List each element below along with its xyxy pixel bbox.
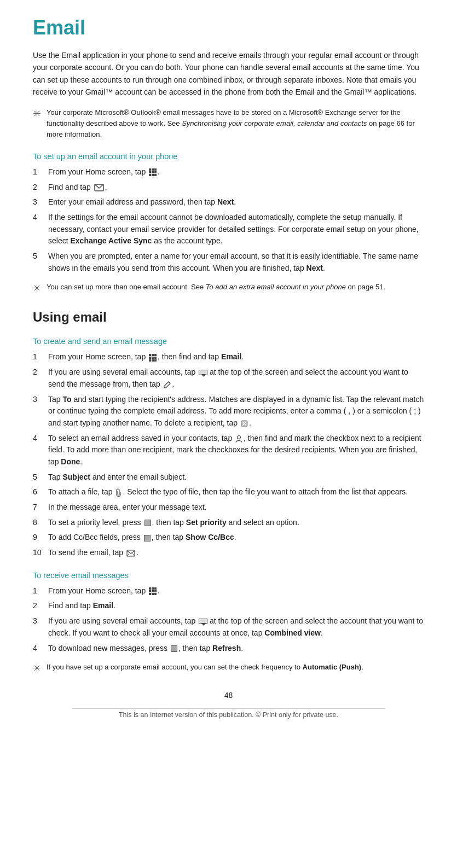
receive-step-content-2: Find and tap Email.	[48, 600, 424, 612]
step-content-3: Enter your email address and password, t…	[48, 196, 424, 208]
create-step-content-8: To set a priority level, press , then ta…	[48, 517, 424, 529]
step-content-4: If the settings for the email account ca…	[48, 212, 424, 247]
step-content-2: Find and tap .	[48, 182, 424, 194]
tip-icon-3: ✳	[33, 662, 41, 674]
tip-icon-2: ✳	[33, 282, 41, 294]
create-step-1: 1 From your Home screen, tap , then find…	[33, 351, 424, 363]
grid-icon-1	[149, 168, 157, 176]
step-content-5: When you are prompted, enter a name for …	[48, 251, 424, 274]
tip-text-3: If you have set up a corporate email acc…	[47, 662, 363, 673]
step-num-3: 3	[33, 196, 48, 208]
delete-recipient-icon	[241, 420, 248, 427]
tip-text-1: Your corporate Microsoft® Outlook® email…	[47, 107, 424, 140]
svg-line-9	[132, 554, 135, 556]
step-num-4: 4	[33, 212, 48, 224]
create-step-num-4: 4	[33, 433, 48, 445]
create-step-6: 6 To attach a file, tap . Select the typ…	[33, 486, 424, 498]
svg-line-2	[169, 382, 170, 383]
step-num-5: 5	[33, 251, 48, 263]
svg-point-6	[238, 435, 241, 439]
create-step-5: 5 Tap Subject and enter the email subjec…	[33, 471, 424, 483]
menu-icon-1	[144, 520, 151, 526]
step-num-2: 2	[33, 182, 48, 194]
create-step-content-2: If you are using several email accounts,…	[48, 366, 424, 390]
page-title: Email	[33, 16, 424, 39]
receive-step-content-3: If you are using several email accounts,…	[48, 615, 424, 639]
setup-section-heading: To set up an email account in your phone	[33, 152, 424, 161]
create-step-2: 2 If you are using several email account…	[33, 366, 424, 390]
receive-step-num-1: 1	[33, 585, 48, 597]
create-step-num-9: 9	[33, 532, 48, 544]
setup-step-5: 5 When you are prompted, enter a name fo…	[33, 251, 424, 274]
create-steps-list: 1 From your Home screen, tap , then find…	[33, 351, 424, 558]
svg-line-8	[127, 554, 129, 556]
receive-step-num-2: 2	[33, 600, 48, 612]
setup-steps-list: 1 From your Home screen, tap . 2 Find an…	[33, 166, 424, 275]
create-step-num-1: 1	[33, 351, 48, 363]
create-step-content-10: To send the email, tap .	[48, 547, 424, 559]
create-step-content-3: Tap To and start typing the recipient's …	[48, 394, 424, 429]
receive-step-content-1: From your Home screen, tap .	[48, 585, 424, 597]
tip-box-3: ✳ If you have set up a corporate email a…	[33, 662, 424, 674]
create-step-content-4: To select an email address saved in your…	[48, 433, 424, 468]
create-step-num-7: 7	[33, 502, 48, 514]
attach-icon	[115, 488, 122, 497]
receive-steps-list: 1 From your Home screen, tap . 2 Find an…	[33, 585, 424, 654]
contacts-icon	[235, 435, 242, 442]
create-step-8: 8 To set a priority level, press , then …	[33, 517, 424, 529]
setup-step-1: 1 From your Home screen, tap .	[33, 166, 424, 178]
receive-step-content-4: To download new messages, press , then t…	[48, 643, 424, 655]
send-icon	[126, 550, 135, 557]
create-step-num-5: 5	[33, 471, 48, 483]
create-step-content-5: Tap Subject and enter the email subject.	[48, 471, 424, 483]
step-num-1: 1	[33, 166, 48, 178]
setup-step-2: 2 Find and tap .	[33, 182, 424, 194]
create-step-num-10: 10	[33, 547, 48, 559]
create-section-heading: To create and send an email message	[33, 337, 424, 346]
grid-icon-2	[149, 354, 157, 362]
setup-step-4: 4 If the settings for the email account …	[33, 212, 424, 247]
receive-step-num-3: 3	[33, 615, 48, 627]
create-step-content-9: To add Cc/Bcc fields, press , then tap S…	[48, 532, 424, 544]
dropdown-icon-2	[199, 619, 206, 624]
menu-icon-2	[144, 535, 151, 541]
receive-step-4: 4 To download new messages, press , then…	[33, 643, 424, 655]
create-step-content-7: In the message area, enter your message …	[48, 502, 424, 514]
receive-section-heading: To receive email messages	[33, 571, 424, 580]
tip-box-1: ✳ Your corporate Microsoft® Outlook® ema…	[33, 107, 424, 140]
footer-divider	[72, 708, 385, 709]
footer-note: This is an Internet version of this publ…	[33, 711, 424, 719]
page-number: 48	[33, 691, 424, 700]
compose-icon	[164, 381, 171, 388]
create-step-7: 7 In the message area, enter your messag…	[33, 502, 424, 514]
create-step-content-6: To attach a file, tap . Select the type …	[48, 486, 424, 498]
receive-step-1: 1 From your Home screen, tap .	[33, 585, 424, 597]
dropdown-icon-1	[199, 370, 206, 375]
envelope-icon	[94, 184, 104, 191]
create-step-9: 9 To add Cc/Bcc fields, press , then tap…	[33, 532, 424, 544]
create-step-num-3: 3	[33, 394, 48, 406]
tip-box-2: ✳ You can set up more than one email acc…	[33, 282, 424, 294]
create-step-num-8: 8	[33, 517, 48, 529]
receive-step-num-4: 4	[33, 643, 48, 655]
tip-icon-1: ✳	[33, 108, 41, 120]
menu-icon-3	[171, 645, 177, 652]
create-step-num-2: 2	[33, 366, 48, 378]
grid-icon-3	[149, 587, 157, 595]
receive-step-3: 3 If you are using several email account…	[33, 615, 424, 639]
create-step-content-1: From your Home screen, tap , then find a…	[48, 351, 424, 363]
step-content-1: From your Home screen, tap .	[48, 166, 424, 178]
create-step-num-6: 6	[33, 486, 48, 498]
create-step-3: 3 Tap To and start typing the recipient'…	[33, 394, 424, 429]
tip-text-2: You can set up more than one email accou…	[47, 282, 385, 293]
using-email-title: Using email	[33, 310, 424, 325]
create-step-10: 10 To send the email, tap .	[33, 547, 424, 559]
create-step-4: 4 To select an email address saved in yo…	[33, 433, 424, 468]
setup-step-3: 3 Enter your email address and password,…	[33, 196, 424, 208]
receive-step-2: 2 Find and tap Email.	[33, 600, 424, 612]
intro-paragraph: Use the Email application in your phone …	[33, 49, 424, 98]
